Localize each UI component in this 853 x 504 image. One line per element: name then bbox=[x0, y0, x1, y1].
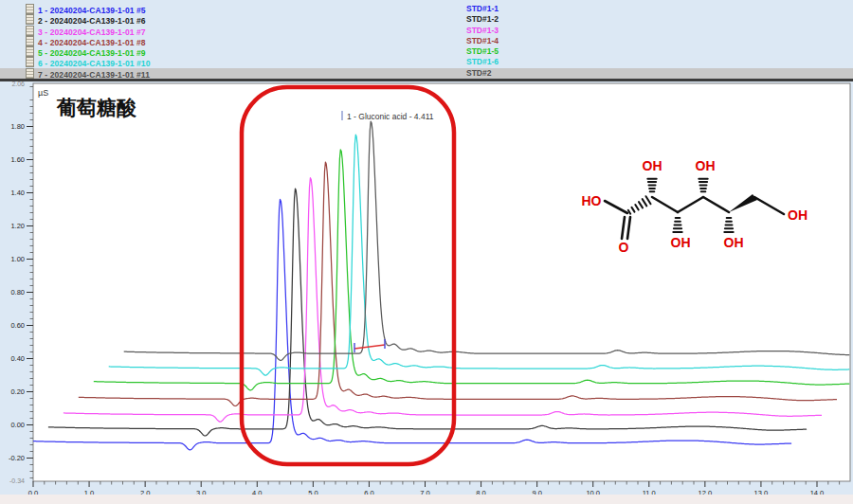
svg-text:1.60: 1.60 bbox=[10, 155, 25, 164]
svg-text:0.00: 0.00 bbox=[10, 421, 25, 429]
oh-right-label: OH bbox=[788, 207, 808, 223]
svg-text:1.00: 1.00 bbox=[10, 255, 25, 263]
standard-name: STD#1-5 bbox=[466, 46, 499, 57]
legend-row[interactable]: 1 - 20240204-CA139-1-01 #5STD#1-1 bbox=[0, 4, 853, 14]
legend-row[interactable]: 4 - 20240204-CA139-1-01 #8STD#1-4 bbox=[0, 36, 853, 46]
standard-name: STD#1-4 bbox=[466, 36, 499, 46]
legend-row[interactable]: 6 - 20240204-CA139-1-01 #10STD#1-6 bbox=[0, 57, 853, 67]
standard-name: STD#1-3 bbox=[466, 26, 499, 36]
legend-row[interactable]: 5 - 20240204-CA139-1-01 #9STD#1-5 bbox=[0, 46, 853, 57]
chromatogram-icon bbox=[26, 57, 34, 67]
o-label: O bbox=[619, 240, 629, 255]
chromatogram-icon bbox=[26, 4, 34, 14]
svg-text:-0.34: -0.34 bbox=[9, 477, 25, 484]
bottom-strip bbox=[0, 495, 853, 504]
wedge-bond bbox=[729, 194, 757, 212]
svg-text:0.80: 0.80 bbox=[10, 288, 25, 297]
svg-text:2.06: 2.06 bbox=[11, 81, 25, 87]
svg-text:0.20: 0.20 bbox=[10, 387, 25, 396]
svg-text:1.80: 1.80 bbox=[10, 122, 25, 131]
compound-title: 葡萄糖酸 bbox=[57, 95, 136, 121]
svg-text:1.40: 1.40 bbox=[10, 189, 25, 197]
standard-name: STD#1-6 bbox=[466, 57, 499, 67]
peak-annotation-label: 1 - Gluconic acid - 4.411 bbox=[347, 112, 434, 121]
chromatography-window: 1 - 20240204-CA139-1-01 #5STD#1-12 - 202… bbox=[0, 0, 853, 504]
y-axis-unit-label: µS bbox=[38, 88, 48, 98]
svg-text:0.40: 0.40 bbox=[10, 354, 25, 363]
legend-row[interactable]: 3 - 20240204-CA139-1-01 #7STD#1-3 bbox=[0, 26, 853, 36]
ho-label: HO bbox=[582, 193, 602, 208]
oh-top1-label: OH bbox=[643, 158, 662, 173]
sequence-legend: 1 - 20240204-CA139-1-01 #5STD#1-12 - 202… bbox=[0, 0, 853, 83]
oh-top2-label: OH bbox=[696, 158, 716, 173]
legend-row[interactable]: 2 - 20240204-CA139-1-01 #6STD#1-2 bbox=[0, 14, 853, 25]
chromatogram-icon bbox=[26, 36, 34, 46]
chromatogram-icon bbox=[26, 26, 34, 36]
chromatogram-plot[interactable]: -0.200.000.200.400.600.801.001.201.401.6… bbox=[0, 76, 853, 504]
svg-text:1.20: 1.20 bbox=[10, 222, 25, 230]
svg-text:0.60: 0.60 bbox=[10, 321, 25, 330]
standard-name: STD#1-1 bbox=[466, 4, 499, 14]
oh-bot2-label: OH bbox=[724, 235, 744, 250]
svg-text:-0.20: -0.20 bbox=[9, 454, 25, 462]
standard-name: STD#1-2 bbox=[466, 14, 499, 25]
sequence-legend-rows: 1 - 20240204-CA139-1-01 #5STD#1-12 - 202… bbox=[0, 4, 853, 81]
chromatogram-icon bbox=[26, 14, 34, 25]
gluconic-acid-structure: HO O OH OH OH OH OH bbox=[567, 152, 844, 258]
oh-bot1-label: OH bbox=[671, 235, 691, 250]
chromatogram-icon bbox=[26, 46, 34, 57]
